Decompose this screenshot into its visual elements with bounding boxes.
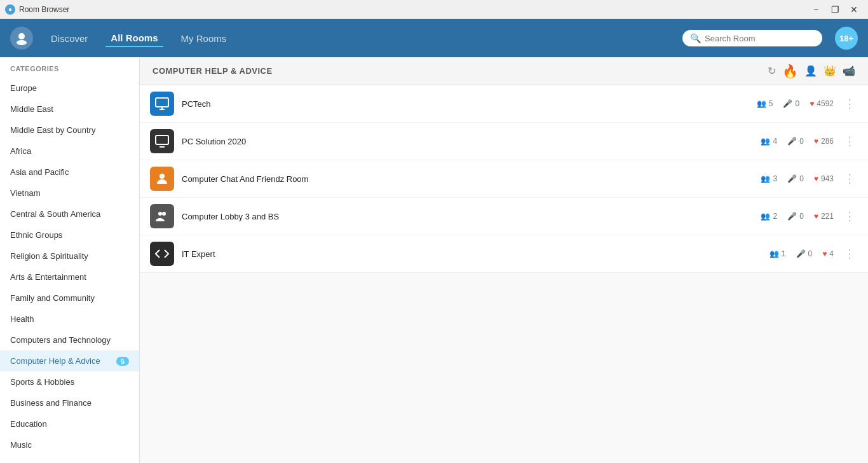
heart-stat: ♥ 221: [814, 212, 834, 221]
heart-icon: ♥: [814, 174, 818, 183]
sidebar-item-central-south-america[interactable]: Central & South America: [0, 204, 139, 225]
sidebar-item-education[interactable]: Education: [0, 413, 139, 434]
person-icon[interactable]: 👤: [804, 65, 817, 77]
video-count: 0: [795, 99, 799, 108]
room-avatar: [150, 242, 174, 266]
mic-icon: 🎤: [783, 99, 792, 108]
refresh-icon[interactable]: ↻: [768, 65, 776, 77]
header: Discover All Rooms My Rooms 🔍 18+: [0, 19, 868, 57]
video-stat: 🎤 0: [783, 99, 799, 108]
sidebar-item-sports-hobbies[interactable]: Sports & Hobbies: [0, 371, 139, 392]
video-stat: 🎤 0: [787, 212, 804, 221]
room-row[interactable]: Computer Chat And Friendz Room 👥 3 🎤 0 ♥…: [140, 160, 868, 198]
more-button[interactable]: ⋮: [841, 244, 858, 263]
sidebar-item-arts-entertainment[interactable]: Arts & Entertainment: [0, 266, 139, 287]
sidebar-item-computer-help-advice[interactable]: Computer Help & Advice5: [0, 350, 139, 371]
user-stat: 👥 1: [770, 249, 786, 258]
user-stat: 👥 4: [761, 137, 777, 146]
titlebar-left: ● Room Browser: [5, 4, 69, 15]
filter-icons: ↻ 🔥 👤 👑 📹: [768, 64, 855, 79]
heart-icon: ♥: [814, 137, 818, 146]
more-button[interactable]: ⋮: [841, 169, 858, 188]
sidebar-badge-computer-help-advice: 5: [116, 357, 129, 366]
room-name: PC Solution 2020: [182, 137, 753, 146]
heart-stat: ♥ 943: [814, 174, 834, 183]
sidebar-item-middle-east[interactable]: Middle East: [0, 99, 139, 120]
room-list: PCTech 👥 5 🎤 0 ♥ 4592 ⋮PC Solution 2020 …: [140, 85, 868, 463]
titlebar: ● Room Browser − ❐ ✕: [0, 0, 868, 19]
user-count: 2: [773, 212, 777, 221]
titlebar-controls: − ❐ ✕: [807, 3, 863, 16]
svg-point-1: [17, 40, 27, 45]
room-row[interactable]: PCTech 👥 5 🎤 0 ♥ 4592 ⋮: [140, 85, 868, 123]
sidebar-item-ethnic-groups[interactable]: Ethnic Groups: [0, 225, 139, 245]
search-box[interactable]: 🔍: [682, 30, 822, 46]
sidebar-item-family-community[interactable]: Family and Community: [0, 287, 139, 308]
sidebar-item-vietnam[interactable]: Vietnam: [0, 183, 139, 204]
svg-point-9: [162, 212, 166, 216]
room-name: Computer Chat And Friendz Room: [182, 174, 753, 184]
room-row[interactable]: IT Expert 👥 1 🎤 0 ♥ 4 ⋮: [140, 235, 868, 273]
main-layout: CATEGORIES EuropeMiddle EastMiddle East …: [0, 57, 868, 463]
content-area: COMPUTER HELP & ADVICE ↻ 🔥 👤 👑 📹 PCTech …: [140, 57, 868, 463]
sidebar-item-middle-east-by-country[interactable]: Middle East by Country: [0, 120, 139, 141]
nav-discover[interactable]: Discover: [46, 31, 93, 46]
sidebar-item-asia-and-pacific[interactable]: Asia and Pacific: [0, 162, 139, 183]
search-input[interactable]: [705, 34, 815, 43]
close-button[interactable]: ✕: [845, 3, 863, 16]
room-name: Computer Lobby 3 and BS: [182, 212, 753, 221]
room-stats: 👥 2 🎤 0 ♥ 221: [761, 212, 834, 221]
room-name: IT Expert: [182, 249, 762, 259]
minimize-button[interactable]: −: [807, 3, 825, 16]
user-count: 5: [769, 99, 773, 108]
user-count: 1: [782, 249, 786, 258]
video-stat: 🎤 0: [787, 174, 804, 183]
fire-icon[interactable]: 🔥: [782, 64, 798, 79]
user-icon: 👥: [761, 212, 770, 221]
age-badge: 18+: [835, 27, 858, 50]
more-button[interactable]: ⋮: [841, 132, 858, 151]
more-button[interactable]: ⋮: [841, 94, 858, 113]
sidebar-item-computers-technology[interactable]: Computers and Technology: [0, 329, 139, 350]
heart-count: 4: [829, 249, 834, 258]
heart-icon: ♥: [814, 212, 818, 221]
svg-rect-5: [156, 135, 168, 144]
room-stats: 👥 4 🎤 0 ♥ 286: [761, 137, 834, 146]
nav-my-rooms[interactable]: My Rooms: [176, 31, 232, 46]
heart-stat: ♥ 4: [822, 249, 834, 258]
room-stats: 👥 1 🎤 0 ♥ 4: [770, 249, 834, 258]
sidebar-item-europe[interactable]: Europe: [0, 78, 139, 99]
sidebar-item-music[interactable]: Music: [0, 434, 139, 455]
user-count: 3: [773, 174, 777, 183]
mic-icon: 🎤: [787, 212, 797, 221]
sidebar-item-business-finance[interactable]: Business and Finance: [0, 392, 139, 413]
mic-icon: 🎤: [796, 249, 806, 258]
user-stat: 👥 5: [757, 99, 773, 108]
user-icon: 👥: [770, 249, 779, 258]
video-icon[interactable]: 📹: [843, 65, 855, 77]
sidebar-items: EuropeMiddle EastMiddle East by CountryA…: [0, 78, 139, 463]
mic-icon: 🎤: [787, 174, 797, 183]
sidebar-item-games[interactable]: Games: [0, 455, 139, 463]
svg-point-7: [159, 174, 165, 179]
room-avatar: [150, 204, 174, 228]
heart-icon: ♥: [822, 249, 827, 258]
app-logo: [10, 27, 33, 50]
video-stat: 🎤 0: [787, 137, 804, 146]
search-icon: 🔍: [690, 33, 701, 43]
room-stats: 👥 5 🎤 0 ♥ 4592: [757, 99, 834, 108]
room-row[interactable]: PC Solution 2020 👥 4 🎤 0 ♥ 286 ⋮: [140, 123, 868, 160]
more-button[interactable]: ⋮: [841, 207, 858, 226]
user-icon: 👥: [761, 174, 770, 183]
room-row[interactable]: Computer Lobby 3 and BS 👥 2 🎤 0 ♥ 221 ⋮: [140, 198, 868, 235]
app-icon: ●: [5, 4, 15, 15]
sidebar-item-religion-spirituality[interactable]: Religion & Spirituality: [0, 245, 139, 266]
video-stat: 🎤 0: [796, 249, 813, 258]
user-icon: 👥: [757, 99, 766, 108]
sidebar-item-health[interactable]: Health: [0, 308, 139, 329]
sidebar-item-africa[interactable]: Africa: [0, 141, 139, 162]
svg-rect-2: [156, 98, 168, 107]
maximize-button[interactable]: ❐: [826, 3, 844, 16]
crown-icon[interactable]: 👑: [824, 65, 836, 77]
nav-all-rooms[interactable]: All Rooms: [105, 30, 163, 47]
